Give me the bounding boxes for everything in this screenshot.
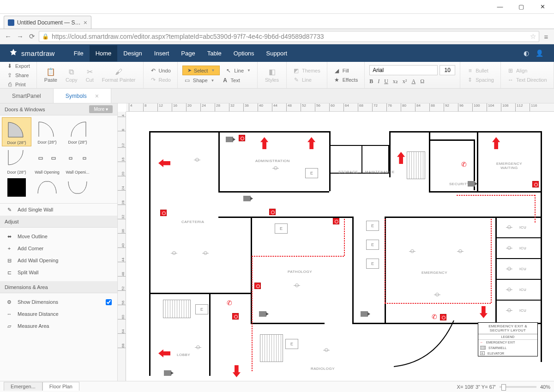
add-single-wall-button[interactable]: ✎Add Single Wall: [0, 203, 117, 216]
italic-button[interactable]: I: [378, 78, 379, 85]
effects-button[interactable]: ★Effects: [332, 76, 360, 84]
menu-page[interactable]: Page: [175, 45, 201, 61]
menu-insert[interactable]: Insert: [148, 45, 175, 61]
bookmark-star-icon[interactable]: ☆: [530, 32, 536, 41]
text-direction-button[interactable]: ↔Text Direction: [506, 76, 549, 84]
security-camera: [361, 311, 368, 317]
symbol-door-2[interactable]: Door (28"): [32, 117, 62, 146]
minimize-button[interactable]: —: [489, 0, 511, 13]
elevator: E: [366, 259, 379, 269]
user-icon[interactable]: 👤: [533, 49, 546, 57]
add-wall-opening-button[interactable]: ⊟Add Wall Opening: [0, 254, 117, 266]
add-corner-button[interactable]: +Add Corner: [0, 242, 117, 254]
font-color-button[interactable]: A: [411, 78, 416, 85]
align-button[interactable]: ⊞Align: [506, 66, 549, 75]
help-icon[interactable]: ◐: [520, 49, 533, 57]
show-dimensions-toggle[interactable]: ⚙Show Dimensions: [0, 296, 117, 308]
symbol-double-door-1[interactable]: [32, 176, 62, 199]
undo-icon: ↶: [150, 67, 157, 74]
copy-button[interactable]: ⧉Copy: [63, 67, 80, 84]
reload-button[interactable]: ⟳: [29, 32, 35, 41]
spacing-button[interactable]: ⇕Spacing: [465, 76, 496, 84]
browser-menu-icon[interactable]: ≡: [543, 33, 549, 41]
show-dims-checkbox[interactable]: [106, 299, 112, 305]
menu-design[interactable]: Design: [117, 45, 148, 61]
ceiling-light: [295, 283, 299, 287]
export-button[interactable]: ⬇Export: [5, 62, 32, 70]
tab-symbols[interactable]: Symbols×: [54, 89, 111, 103]
close-panel-icon[interactable]: ×: [95, 92, 99, 100]
close-tab-icon[interactable]: ×: [84, 19, 87, 26]
sheet-tab-1[interactable]: Emergen...: [4, 382, 42, 391]
sheet-tab-2[interactable]: Floor Plan: [42, 382, 79, 391]
floor-plan[interactable]: ADMINISTRATION STORAGE MAINTENANCE SECUR…: [135, 117, 542, 376]
move-outline-button[interactable]: ⬌Move Outline: [0, 230, 117, 242]
back-button[interactable]: ←: [5, 32, 11, 41]
share-button[interactable]: ⇪Share: [5, 71, 30, 79]
omega-button[interactable]: Ω: [420, 78, 424, 85]
menu-support[interactable]: Support: [260, 45, 294, 61]
symbol-solid[interactable]: [2, 176, 31, 199]
forward-button[interactable]: →: [17, 32, 23, 41]
symbol-door-3[interactable]: Door (28"): [63, 117, 92, 146]
zoom-slider[interactable]: [500, 386, 536, 388]
font-select[interactable]: [369, 65, 438, 75]
drawing-canvas[interactable]: ADMINISTRATION STORAGE MAINTENANCE SECUR…: [126, 112, 554, 381]
shape-tool-button[interactable]: ▭Shape▼: [182, 76, 217, 84]
menu-home[interactable]: Home: [90, 45, 118, 61]
split-wall-button[interactable]: ⊏Split Wall: [0, 266, 117, 278]
select-tool-button[interactable]: ➤Select▼: [182, 66, 220, 75]
underline-button[interactable]: U: [384, 78, 388, 85]
styles-button[interactable]: ◧Styles: [262, 66, 282, 84]
align-label: Align: [516, 68, 527, 73]
security-camera: [259, 311, 266, 317]
ceiling-light: [507, 267, 511, 271]
superscript-button[interactable]: x²: [403, 78, 407, 85]
emergency-phone: [461, 161, 467, 168]
legend-subtitle: LEGEND: [478, 334, 537, 340]
subscript-button[interactable]: x₂: [393, 78, 398, 85]
bold-button[interactable]: B: [369, 78, 373, 85]
symbol-door-1[interactable]: Door (28"): [2, 117, 31, 146]
print-button[interactable]: ⎙Print: [5, 80, 32, 89]
symbol-door-4[interactable]: Door (28"): [2, 147, 31, 175]
security-camera: [226, 137, 233, 142]
text-tool-button[interactable]: AText: [220, 76, 242, 84]
menu-table[interactable]: Table: [201, 45, 228, 61]
more-symbols-button[interactable]: More ▾: [89, 105, 113, 113]
symbol-wall-opening-2[interactable]: Wall Openi...: [63, 147, 92, 175]
maximize-button[interactable]: ▢: [511, 0, 532, 13]
url-field[interactable]: 🔒 https://cloud.smartdraw.com/editor.asp…: [39, 31, 539, 42]
font-size-input[interactable]: [440, 65, 455, 75]
exit-arrow: [231, 365, 241, 377]
line-tool-button[interactable]: ↖Line▼: [223, 66, 253, 75]
redo-button[interactable]: ↷Redo: [148, 76, 173, 84]
browser-tab[interactable]: Untitled Document — Sm... ×: [4, 16, 91, 29]
symbol-double-door-2[interactable]: [63, 176, 92, 199]
cut-button[interactable]: ✂Cut: [83, 66, 96, 84]
canvas-area[interactable]: 4812162024283236404448525660646872768084…: [118, 103, 554, 381]
menu-options[interactable]: Options: [228, 45, 260, 61]
browser-tab-bar: Untitled Document — Sm... ×: [0, 14, 554, 29]
cut-label: Cut: [86, 77, 94, 83]
menu-file[interactable]: File: [68, 45, 90, 61]
close-window-button[interactable]: ✕: [532, 0, 553, 13]
line-style-button[interactable]: ✎Line: [291, 76, 322, 84]
paste-button[interactable]: 📋Paste: [42, 66, 60, 84]
curved-path: [394, 320, 477, 376]
format-painter-button[interactable]: 🖌Format Painter: [99, 67, 138, 84]
symbol-wall-opening[interactable]: Wall Opening: [32, 147, 62, 175]
pencil-icon: ✎: [6, 206, 13, 213]
symbol-grid: Door (28") Door (28") Door (28") Door (2…: [0, 115, 117, 200]
lock-icon: 🔒: [42, 33, 49, 40]
tab-smartpanel[interactable]: SmartPanel: [0, 89, 54, 103]
measure-distance-button[interactable]: ↔Measure Distance: [0, 308, 117, 320]
themes-icon: ◩: [293, 67, 300, 74]
themes-button[interactable]: ◩Themes: [291, 66, 322, 75]
symbol-label: Wall Opening: [35, 170, 60, 175]
fill-button[interactable]: ◢Fill: [332, 66, 360, 75]
bullet-button[interactable]: ≡Bullet: [465, 66, 496, 75]
undo-button[interactable]: ↶Undo: [148, 66, 173, 75]
export-label: Export: [15, 63, 30, 69]
measure-area-button[interactable]: ▱Measure Area: [0, 320, 117, 332]
